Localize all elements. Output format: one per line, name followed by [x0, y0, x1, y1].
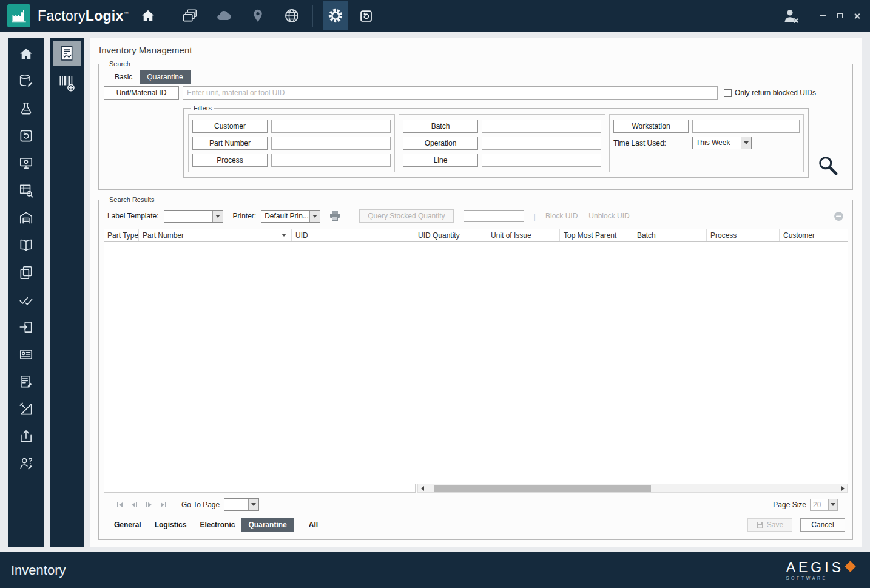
- batch-filter-button[interactable]: Batch: [403, 120, 478, 133]
- sidebar-id-card-icon[interactable]: [18, 346, 34, 362]
- workstation-filter-input[interactable]: [692, 120, 800, 133]
- uid-search-input[interactable]: [183, 86, 718, 100]
- titlebar-separator: [312, 5, 313, 27]
- first-page-button[interactable]: [115, 501, 125, 509]
- label-template-dropdown[interactable]: [164, 210, 223, 223]
- barcode-add-icon[interactable]: [58, 74, 76, 92]
- column-header-process[interactable]: Process: [707, 229, 780, 241]
- next-page-button[interactable]: [144, 501, 154, 509]
- page-size-group: Page Size 20: [773, 499, 838, 511]
- cloud-icon[interactable]: [213, 2, 235, 29]
- scrollbar-track[interactable]: [427, 484, 838, 492]
- sidebar-document-edit-icon[interactable]: [18, 374, 34, 390]
- only-blocked-checkbox[interactable]: [724, 89, 732, 97]
- sidebar-workstation-icon[interactable]: [18, 155, 34, 171]
- column-header-customer[interactable]: Customer: [780, 229, 848, 241]
- go-to-page-dropdown[interactable]: [224, 498, 259, 511]
- column-header-part-type[interactable]: Part Type: [104, 229, 139, 241]
- unblock-uid-button[interactable]: Unblock UID: [588, 212, 629, 220]
- operation-filter-input[interactable]: [482, 137, 601, 150]
- print-icon[interactable]: [329, 211, 341, 221]
- sort-arrow-icon[interactable]: [282, 234, 286, 237]
- sidebar-database-edit-icon[interactable]: [18, 73, 34, 89]
- chevron-down-icon[interactable]: [248, 499, 258, 510]
- table-horizontal-scrollbar[interactable]: [417, 484, 848, 493]
- column-header-batch[interactable]: Batch: [633, 229, 707, 241]
- process-filter-button[interactable]: Process: [192, 154, 268, 167]
- inventory-checklist-icon[interactable]: [53, 41, 81, 66]
- customer-filter-button[interactable]: Customer: [192, 120, 268, 133]
- results-table-body: [104, 242, 848, 484]
- part-number-filter-input[interactable]: [271, 137, 391, 150]
- history-reset-icon[interactable]: [356, 2, 377, 29]
- maximize-icon[interactable]: [832, 9, 847, 22]
- unit-material-id-button[interactable]: Unit/Material ID: [104, 86, 179, 100]
- tab-quarantine-bottom[interactable]: Quarantine: [241, 518, 293, 532]
- sidebar-import-icon[interactable]: [18, 319, 34, 335]
- minimize-icon[interactable]: [815, 9, 830, 22]
- search-results-groupbox: Search Results Label Template: Printer: …: [98, 196, 853, 540]
- column-header-unit-of-issue[interactable]: Unit of Issue: [487, 229, 560, 241]
- layers-icon[interactable]: [179, 2, 201, 29]
- globe-icon[interactable]: [281, 2, 303, 29]
- sidebar-verification-icon[interactable]: [18, 292, 34, 308]
- cancel-button[interactable]: Cancel: [800, 518, 845, 532]
- scroll-right-icon[interactable]: [838, 484, 847, 492]
- process-filter-input[interactable]: [271, 154, 391, 167]
- page-size-input[interactable]: 20: [810, 499, 838, 511]
- chevron-down-icon[interactable]: [741, 137, 751, 149]
- query-stocked-quantity-button[interactable]: Query Stocked Quantity: [359, 209, 453, 223]
- printer-dropdown[interactable]: Default Prin...: [261, 210, 320, 223]
- home-nav-icon[interactable]: [137, 2, 159, 29]
- aegis-diamond-icon: [845, 561, 855, 572]
- tab-general[interactable]: General: [107, 518, 148, 532]
- last-page-button[interactable]: [158, 501, 169, 509]
- sidebar-assembly-icon[interactable]: [18, 101, 34, 117]
- location-pin-icon[interactable]: [247, 2, 269, 29]
- block-uid-button[interactable]: Block UID: [545, 212, 578, 220]
- user-blocked-icon[interactable]: [779, 2, 801, 29]
- column-header-part-number[interactable]: Part Number: [139, 229, 292, 241]
- tab-electronic[interactable]: Electronic: [193, 518, 241, 532]
- scroll-left-icon[interactable]: [418, 484, 427, 492]
- save-button[interactable]: Save: [747, 518, 792, 532]
- batch-filter-input[interactable]: [482, 120, 601, 133]
- column-header-uid[interactable]: UID: [292, 229, 414, 241]
- chevron-down-icon[interactable]: [828, 499, 837, 510]
- tab-quarantine[interactable]: Quarantine: [140, 70, 190, 84]
- part-number-filter-button[interactable]: Part Number: [192, 137, 268, 150]
- scrollbar-thumb[interactable]: [434, 485, 651, 492]
- settings-gear-icon[interactable]: [323, 1, 348, 30]
- sidebar-refresh-icon[interactable]: [18, 128, 34, 144]
- tab-logistics[interactable]: Logistics: [148, 518, 194, 532]
- filters-column-2: Batch Operation Line: [399, 114, 605, 172]
- column-header-top-most-parent[interactable]: Top Most Parent: [560, 229, 633, 241]
- chevron-down-icon[interactable]: [212, 211, 223, 222]
- results-table-header: Part Type Part Number UID UID Quantity U…: [104, 229, 848, 242]
- sidebar-home-icon[interactable]: [18, 46, 34, 62]
- line-filter-input[interactable]: [482, 154, 601, 167]
- workstation-filter-button[interactable]: Workstation: [613, 120, 689, 133]
- sidebar-design-ruler-icon[interactable]: [18, 401, 34, 417]
- stocked-quantity-input[interactable]: [464, 210, 524, 222]
- sidebar-user-help-icon[interactable]: [18, 456, 34, 471]
- sidebar-shipping-icon[interactable]: [18, 428, 34, 444]
- close-icon[interactable]: [849, 9, 864, 22]
- sidebar-warehouse-icon[interactable]: [18, 210, 34, 226]
- previous-page-button[interactable]: [129, 501, 140, 509]
- sidebar-documentation-icon[interactable]: [18, 237, 34, 253]
- sidebar-table-search-icon[interactable]: [18, 183, 34, 198]
- customer-filter-input[interactable]: [271, 120, 391, 133]
- line-filter-button[interactable]: Line: [403, 154, 478, 167]
- operation-filter-button[interactable]: Operation: [403, 137, 478, 150]
- frozen-columns-scrollbar[interactable]: [104, 484, 416, 493]
- chevron-down-icon[interactable]: [309, 211, 320, 222]
- save-floppy-icon: [757, 521, 764, 529]
- column-header-uid-quantity[interactable]: UID Quantity: [414, 229, 487, 241]
- tab-all[interactable]: All: [302, 518, 325, 532]
- tab-basic[interactable]: Basic: [107, 70, 140, 84]
- remove-row-icon[interactable]: [834, 211, 844, 221]
- execute-search-button[interactable]: [809, 104, 848, 178]
- sidebar-copy-pages-icon[interactable]: [18, 265, 34, 280]
- time-last-used-dropdown[interactable]: This Week: [692, 137, 752, 149]
